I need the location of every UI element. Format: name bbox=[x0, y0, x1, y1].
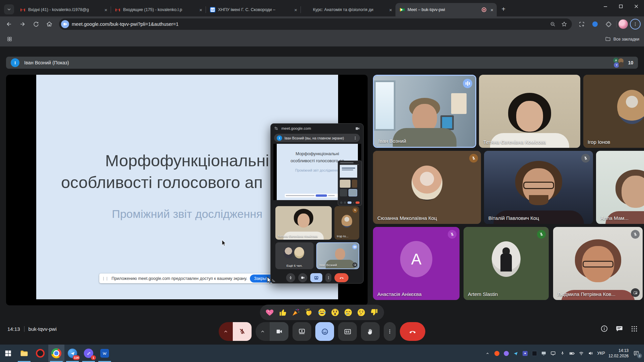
apps-grid-icon[interactable] bbox=[5, 35, 14, 44]
raise-hand-button[interactable] bbox=[361, 322, 380, 341]
back-button[interactable] bbox=[3, 18, 15, 30]
participant-tile[interactable]: Сюзанна Миколаївна Коц bbox=[373, 151, 481, 224]
tray-app-icon[interactable] bbox=[531, 350, 537, 356]
reaction-clapping-hands-icon[interactable] bbox=[304, 307, 314, 317]
participants-summary[interactable]: Л Т 10 bbox=[613, 58, 633, 68]
browser-icon[interactable] bbox=[32, 345, 48, 362]
close-window-button[interactable] bbox=[629, 0, 644, 13]
tab-close-icon[interactable]: × bbox=[199, 7, 202, 12]
pop-out-icon[interactable] bbox=[631, 288, 640, 297]
present-button[interactable] bbox=[292, 322, 311, 341]
pip-window[interactable]: meet.google.com І Іван Возний (вы, на гл… bbox=[270, 123, 364, 284]
mic-muted-button[interactable] bbox=[233, 322, 252, 341]
tray-battery-icon[interactable] bbox=[569, 350, 575, 356]
file-explorer-icon[interactable] bbox=[16, 345, 32, 362]
reload-button[interactable] bbox=[30, 18, 42, 30]
activities-grid-icon[interactable] bbox=[631, 325, 638, 333]
tray-teams-icon[interactable]: ● bbox=[522, 350, 528, 356]
hangup-button[interactable] bbox=[400, 322, 425, 341]
reaction-thumbs-down-icon[interactable] bbox=[369, 307, 379, 317]
chat-panel-icon[interactable] bbox=[615, 325, 623, 333]
chrome-icon[interactable] bbox=[48, 345, 64, 362]
reaction-thinking-icon[interactable] bbox=[356, 307, 366, 317]
tab-gmail-2[interactable]: Входящие (175) - kovalenko.l.p × bbox=[111, 3, 206, 16]
pip-more-button[interactable] bbox=[325, 273, 331, 282]
maximize-button[interactable] bbox=[613, 0, 629, 13]
more-options-button[interactable] bbox=[384, 322, 396, 341]
captions-button[interactable] bbox=[338, 322, 357, 341]
pip-others-tile[interactable]: Ещё 6 чел. bbox=[275, 242, 314, 269]
tab-gmail-1[interactable]: Вхідні (41) - kovalenko.l1978@g × bbox=[16, 3, 111, 16]
home-button[interactable] bbox=[44, 18, 55, 30]
zoom-page-icon[interactable] bbox=[548, 20, 557, 28]
tab-close-icon[interactable]: × bbox=[389, 7, 392, 12]
viber-icon[interactable]: 1 bbox=[80, 345, 97, 362]
tab-close-icon[interactable]: × bbox=[104, 7, 107, 12]
language-indicator[interactable]: УКР bbox=[597, 351, 605, 356]
tray-monitor-icon[interactable] bbox=[550, 350, 556, 356]
mic-options-button[interactable] bbox=[219, 322, 233, 341]
camera-in-use-icon[interactable] bbox=[61, 20, 69, 28]
tab-search-button[interactable] bbox=[4, 4, 14, 14]
participant-tile[interactable]: А Анастасія Анікєєва bbox=[373, 227, 460, 300]
info-panel-icon[interactable] bbox=[600, 325, 608, 333]
pip-hangup-button[interactable] bbox=[334, 273, 348, 282]
all-bookmarks-button[interactable]: Все закладки bbox=[605, 36, 639, 42]
reaction-party-popper-icon[interactable] bbox=[291, 307, 301, 317]
start-button[interactable] bbox=[0, 345, 16, 362]
tray-display-icon[interactable] bbox=[541, 350, 547, 356]
notification-center-icon[interactable]: 3 bbox=[632, 349, 641, 358]
profile-avatar[interactable] bbox=[619, 19, 628, 29]
new-tab-button[interactable]: + bbox=[499, 4, 508, 14]
participant-tile[interactable]: Ігор Іонов bbox=[583, 75, 644, 148]
participant-name: Сюзанна Миколаївна Коц bbox=[377, 215, 437, 221]
tab-meet-active[interactable]: Meet – buk-tqvv-pwi × bbox=[395, 3, 497, 16]
participant-tile[interactable]: Тетяна Євгенівна Комісова bbox=[479, 75, 580, 148]
participant-tile[interactable]: Людмила Петрівна Ков... bbox=[553, 227, 643, 300]
pip-camera-button[interactable] bbox=[298, 273, 307, 282]
pip-participant-tile[interactable]: Тетяна Євгенівна Комісова bbox=[275, 206, 332, 240]
tray-expand-icon[interactable] bbox=[484, 350, 490, 356]
tab-course[interactable]: Курс: Анатомія та фізіологія ди × bbox=[301, 3, 395, 16]
screenshot-icon[interactable] bbox=[576, 18, 587, 30]
browser-menu-button[interactable] bbox=[630, 19, 641, 29]
recording-extension-icon[interactable] bbox=[589, 18, 601, 30]
reactions-button[interactable] bbox=[315, 322, 334, 341]
participant-tile[interactable]: Artem Slastin bbox=[464, 227, 549, 300]
participant-tile[interactable]: Алла Мам... bbox=[596, 151, 644, 224]
minimize-button[interactable] bbox=[598, 0, 613, 13]
extensions-puzzle-icon[interactable] bbox=[603, 18, 614, 30]
tray-telegram-icon[interactable] bbox=[513, 350, 519, 356]
participant-tile[interactable]: Віталій Павлович Коц bbox=[484, 151, 593, 224]
drag-handle-icon[interactable]: ❘❘ bbox=[102, 276, 109, 281]
tray-mic-icon[interactable] bbox=[559, 350, 566, 356]
reaction-thumbs-up-icon[interactable] bbox=[278, 307, 288, 317]
pip-mic-button[interactable] bbox=[286, 273, 295, 282]
tab-close-icon[interactable]: × bbox=[490, 7, 493, 12]
pip-self-tile[interactable]: Іван Возний bbox=[316, 242, 359, 269]
address-bar[interactable]: meet.google.com/buk-tqvv-pwi?pli=1&authu… bbox=[59, 18, 572, 30]
reaction-astonished-icon[interactable] bbox=[330, 307, 340, 317]
pip-participant-tile[interactable]: Ігор Іо... bbox=[334, 206, 359, 240]
tray-network-icon[interactable] bbox=[578, 350, 584, 356]
tray-clock[interactable]: 14:13 12.02.2026 bbox=[608, 348, 629, 359]
reaction-sparkling-heart-icon[interactable] bbox=[265, 307, 275, 317]
participant-tile[interactable]: Іван Возний bbox=[373, 75, 476, 148]
bookmark-star-icon[interactable] bbox=[560, 20, 569, 28]
more-options-icon[interactable] bbox=[353, 136, 357, 140]
mail-client-icon[interactable]: 116 bbox=[64, 345, 80, 362]
tray-volume-icon[interactable] bbox=[588, 350, 594, 356]
reaction-joy-icon[interactable] bbox=[317, 307, 327, 317]
pip-header[interactable]: meet.google.com bbox=[271, 124, 363, 133]
pip-present-button[interactable] bbox=[310, 273, 322, 282]
camera-options-button[interactable] bbox=[256, 322, 270, 341]
word-icon[interactable] bbox=[97, 345, 113, 362]
tab-close-icon[interactable]: × bbox=[294, 7, 297, 12]
tray-opera-icon[interactable] bbox=[494, 350, 500, 356]
reaction-crying-icon[interactable] bbox=[343, 307, 353, 317]
pip-share-notice bbox=[285, 194, 342, 197]
camera-button[interactable] bbox=[270, 322, 288, 341]
tray-viber-icon[interactable] bbox=[503, 350, 509, 356]
forward-button[interactable] bbox=[17, 18, 28, 30]
tab-calendar[interactable]: 12 ХНПУ імені Г. С. Сковороди – × bbox=[206, 3, 301, 16]
